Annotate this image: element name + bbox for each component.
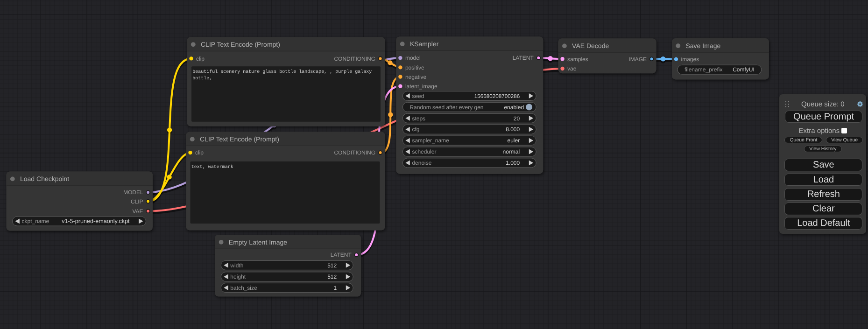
svg-text:normal: normal <box>503 148 520 155</box>
svg-text:1.000: 1.000 <box>506 160 520 166</box>
svg-text:CLIP: CLIP <box>131 198 143 205</box>
svg-text:CLIP Text Encode (Prompt): CLIP Text Encode (Prompt) <box>200 135 279 143</box>
svg-text:beautiful scenery nature glass: beautiful scenery nature glass bottle la… <box>192 69 372 75</box>
svg-text:enabled: enabled <box>504 104 524 111</box>
svg-text:8.000: 8.000 <box>506 126 520 133</box>
svg-text:Random seed after every gen: Random seed after every gen <box>409 104 483 111</box>
svg-text:euler: euler <box>508 137 520 144</box>
svg-text:model: model <box>405 55 421 61</box>
svg-text:ckpt_name: ckpt_name <box>22 218 49 224</box>
svg-text:cfg: cfg <box>412 126 419 133</box>
svg-text:scheduler: scheduler <box>412 148 436 155</box>
svg-text:seed: seed <box>412 93 424 99</box>
svg-text:KSampler: KSampler <box>410 40 439 48</box>
svg-text:512: 512 <box>327 262 337 269</box>
svg-text:156680208700286: 156680208700286 <box>474 93 520 99</box>
svg-text:LATENT: LATENT <box>331 252 352 258</box>
svg-text:v1-5-pruned-emaonly.ckpt: v1-5-pruned-emaonly.ckpt <box>62 218 130 224</box>
svg-text:bottle,: bottle, <box>192 76 212 81</box>
svg-text:positive: positive <box>405 64 424 71</box>
svg-text:clip: clip <box>196 56 205 62</box>
svg-text:IMAGE: IMAGE <box>628 56 647 63</box>
svg-text:vae: vae <box>567 65 577 72</box>
svg-text:20: 20 <box>514 115 520 122</box>
svg-text:latent_image: latent_image <box>405 83 438 90</box>
svg-text:VAE Decode: VAE Decode <box>572 42 609 49</box>
svg-text:LATENT: LATENT <box>513 55 534 61</box>
svg-text:CONDITIONING: CONDITIONING <box>334 149 375 156</box>
svg-text:1: 1 <box>334 285 337 291</box>
svg-text:MODEL: MODEL <box>123 189 143 196</box>
svg-text:filename_prefix: filename_prefix <box>685 66 722 73</box>
svg-text:CLIP Text Encode (Prompt): CLIP Text Encode (Prompt) <box>201 41 280 48</box>
svg-text:samples: samples <box>567 56 588 63</box>
svg-text:VAE: VAE <box>132 208 143 215</box>
svg-text:height: height <box>230 273 246 280</box>
svg-text:ComfyUI: ComfyUI <box>733 66 755 73</box>
svg-text:width: width <box>230 262 243 269</box>
svg-text:Empty Latent Image: Empty Latent Image <box>229 238 288 246</box>
svg-text:negative: negative <box>405 74 427 80</box>
svg-text:CONDITIONING: CONDITIONING <box>334 56 375 62</box>
svg-text:batch_size: batch_size <box>230 285 257 291</box>
svg-text:Load Checkpoint: Load Checkpoint <box>20 175 69 182</box>
svg-text:steps: steps <box>412 115 425 122</box>
svg-text:images: images <box>681 56 699 63</box>
svg-text:clip: clip <box>195 149 204 156</box>
svg-text:text, watermark: text, watermark <box>191 164 233 170</box>
svg-text:denoise: denoise <box>412 160 431 166</box>
svg-text:sampler_name: sampler_name <box>412 137 449 144</box>
svg-text:Save Image: Save Image <box>686 42 721 49</box>
svg-text:512: 512 <box>327 273 337 280</box>
